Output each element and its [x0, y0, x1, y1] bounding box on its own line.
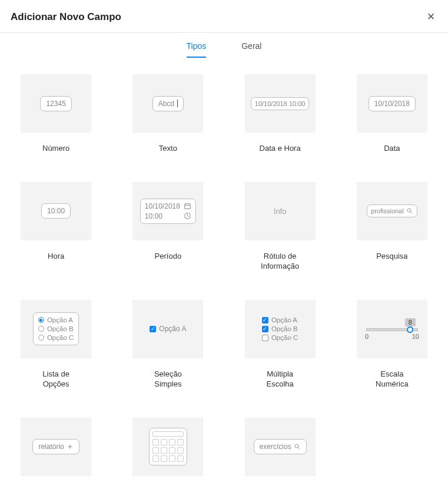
- sample-text-value: Abcd: [158, 100, 174, 108]
- period-date: 10/10/2018: [145, 202, 180, 210]
- label-number: Número: [42, 143, 69, 154]
- modal-header: Adicionar Novo Campo ✕: [0, 0, 448, 33]
- modal-title: Adicionar Novo Campo: [11, 11, 121, 23]
- field-type-time[interactable]: 10:00 Hora: [16, 182, 95, 272]
- field-type-single-select[interactable]: Opção A Seleção Simples: [128, 300, 207, 389]
- tabs: Tipos Geral: [0, 33, 448, 58]
- label-search: Pesquisa: [376, 251, 407, 262]
- label-single-select: Seleção Simples: [154, 369, 182, 389]
- slider-max: 10: [412, 333, 419, 340]
- multi-option-b: Opção B: [271, 325, 298, 332]
- sample-options-list: Opção A Opção B Opção C: [33, 312, 79, 345]
- checkbox-icon: [262, 317, 268, 323]
- label-date: Data: [384, 143, 400, 154]
- field-type-exercise[interactable]: exercícios Exercício: [241, 418, 320, 482]
- svg-line-12: [298, 447, 300, 449]
- multi-option-c: Opção C: [271, 334, 298, 341]
- radio-icon: [38, 317, 44, 323]
- sample-numeric-scale: 8 0 10: [365, 318, 419, 340]
- svg-line-6: [187, 216, 188, 217]
- tab-general[interactable]: Geral: [241, 41, 261, 58]
- thumb-search: profissional: [357, 182, 427, 240]
- field-type-search[interactable]: profissional Pesquisa: [353, 182, 432, 272]
- search-icon: [406, 207, 413, 214]
- label-numeric-scale: Escala Numérica: [376, 369, 409, 389]
- option-a: Opção A: [47, 316, 73, 323]
- label-datetime: Data e Hora: [260, 143, 301, 154]
- sample-multi-select: Opção A Opção B Opção C: [262, 316, 298, 341]
- multi-option-a: Opção A: [271, 316, 297, 323]
- sample-report: relatório: [32, 439, 79, 454]
- clock-icon: [184, 212, 191, 220]
- checkbox-icon: [262, 335, 268, 341]
- thumb-single-select: Opção A: [132, 300, 203, 358]
- field-type-options-list[interactable]: Opção A Opção B Opção C Lista de Opções: [16, 300, 95, 389]
- label-multi-select: Múltipla Escolha: [267, 369, 294, 389]
- field-type-info[interactable]: Info Rótulo de Informação: [241, 182, 320, 272]
- slider-range: 0 10: [365, 333, 419, 340]
- field-type-calc[interactable]: Cálculo: [128, 418, 207, 482]
- field-type-datetime[interactable]: 10/10/2018 10:00 Data e Hora: [241, 74, 320, 154]
- svg-line-8: [410, 212, 412, 213]
- field-type-multi-select[interactable]: Opção A Opção B Opção C Múltipla Escolha: [241, 300, 320, 389]
- sample-number: 12345: [40, 96, 71, 111]
- thumb-report: relatório: [21, 418, 91, 476]
- thumb-date: 10/10/2018: [357, 74, 427, 133]
- label-time: Hora: [48, 251, 64, 262]
- sample-search: profissional: [367, 204, 417, 217]
- thumb-calc: [132, 418, 203, 476]
- field-type-date[interactable]: 10/10/2018 Data: [353, 74, 432, 154]
- sample-search-value: profissional: [371, 207, 404, 214]
- field-type-numeric-scale[interactable]: 8 0 10 Escala Numérica: [353, 300, 432, 389]
- label-options-list: Lista de Opções: [42, 369, 69, 389]
- sample-exercise-value: exercícios: [260, 443, 291, 451]
- checkbox-icon: [150, 326, 156, 332]
- single-option: Opção A: [159, 325, 186, 333]
- thumb-info: Info: [245, 182, 316, 240]
- sample-date: 10/10/2018: [369, 96, 416, 111]
- label-period: Período: [155, 251, 182, 262]
- thumb-text: Abcd: [132, 74, 203, 133]
- sample-info: Info: [274, 207, 287, 216]
- sample-text: Abcd: [152, 96, 184, 111]
- close-button[interactable]: ✕: [424, 9, 437, 24]
- option-b: Opção B: [47, 325, 74, 332]
- thumb-number: 12345: [21, 74, 91, 133]
- sample-period: 10/10/2018 10:00: [140, 199, 196, 224]
- field-type-period[interactable]: 10/10/2018 10:00 Período: [128, 182, 207, 272]
- sample-report-value: relatório: [38, 443, 64, 451]
- slider-thumb-icon: [407, 326, 413, 333]
- field-type-text[interactable]: Abcd Texto: [128, 74, 207, 154]
- field-type-report[interactable]: relatório Relatório: [16, 418, 95, 482]
- svg-point-11: [295, 444, 298, 448]
- thumb-exercise: exercícios: [245, 418, 316, 476]
- sample-time: 10:00: [41, 203, 71, 219]
- thumb-numeric-scale: 8 0 10: [357, 300, 427, 358]
- calculator-icon: [149, 428, 187, 466]
- slider-track: [366, 328, 418, 331]
- field-type-number[interactable]: 12345 Número: [16, 74, 95, 154]
- sample-datetime: 10/10/2018 10:00: [251, 97, 310, 110]
- option-c: Opção C: [47, 334, 74, 341]
- radio-icon: [38, 326, 44, 332]
- sample-exercise: exercícios: [254, 439, 307, 454]
- text-cursor-icon: [177, 100, 178, 107]
- label-info: Rótulo de Informação: [261, 251, 299, 272]
- close-icon: ✕: [427, 11, 435, 22]
- plus-icon: [67, 443, 74, 450]
- thumb-time: 10:00: [21, 182, 91, 240]
- thumb-datetime: 10/10/2018 10:00: [245, 74, 316, 133]
- label-text: Texto: [159, 143, 177, 154]
- tab-types[interactable]: Tipos: [187, 41, 207, 58]
- sample-single-select: Opção A: [150, 325, 186, 333]
- svg-point-7: [407, 209, 411, 212]
- thumb-period: 10/10/2018 10:00: [132, 182, 203, 240]
- checkbox-icon: [262, 326, 268, 332]
- svg-rect-0: [185, 204, 191, 209]
- slider-value: 8: [405, 318, 416, 326]
- search-icon: [294, 443, 301, 450]
- radio-icon: [38, 335, 44, 341]
- thumb-multi-select: Opção A Opção B Opção C: [245, 300, 316, 358]
- slider-min: 0: [365, 333, 369, 340]
- period-time: 10:00: [145, 212, 162, 220]
